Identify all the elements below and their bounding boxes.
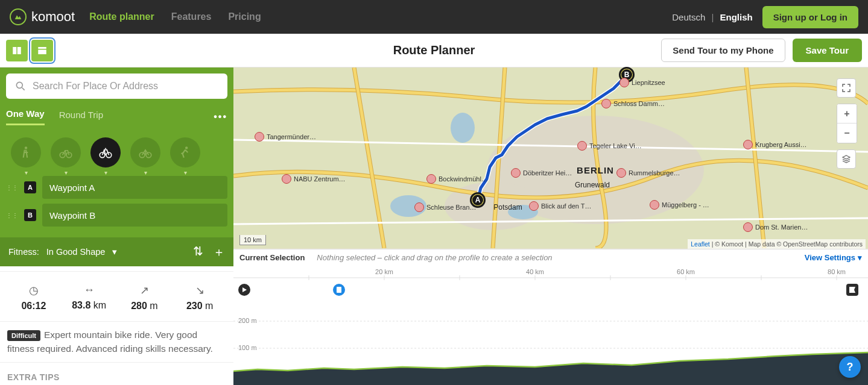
poi[interactable]: Tegeler Lake Vi… bbox=[577, 141, 642, 151]
svg-rect-0 bbox=[13, 47, 16, 54]
distance-icon: ↔ bbox=[62, 284, 117, 296]
view-split-button[interactable] bbox=[6, 40, 28, 61]
city-label: Potsdam bbox=[493, 203, 522, 211]
chevron-down-icon: ▾ bbox=[858, 253, 862, 262]
city-label: Grunewald bbox=[575, 181, 610, 189]
fitness-label: Fitness: bbox=[8, 247, 39, 257]
view-settings-button[interactable]: View Settings ▾ bbox=[805, 253, 862, 262]
svg-text:40 km: 40 km bbox=[526, 268, 544, 275]
trip-more-menu[interactable]: ••• bbox=[214, 111, 227, 122]
poi[interactable]: Dom St. Marien… bbox=[743, 222, 808, 232]
sport-road-bike[interactable]: ▾ bbox=[130, 137, 160, 167]
nav-features[interactable]: Features bbox=[171, 11, 212, 22]
sidebar: One Way Round Trip ••• ▾ ▾ ▾ ▾ ▾ ⋮⋮ A ⋮⋮… bbox=[0, 67, 233, 385]
svg-text:60 km: 60 km bbox=[677, 268, 695, 275]
svg-point-6 bbox=[25, 146, 27, 149]
poi[interactable]: Liepnitzsee bbox=[619, 78, 665, 87]
svg-text:100 m: 100 m bbox=[238, 344, 257, 351]
poi[interactable]: Döberitzer Hei… bbox=[511, 168, 572, 178]
stat-distance: 83.8 km bbox=[62, 300, 117, 311]
save-tour-button[interactable]: Save Tour bbox=[793, 39, 862, 62]
svg-rect-36 bbox=[337, 287, 341, 293]
search-icon bbox=[14, 80, 27, 92]
map-attribution: Leaflet | © Komoot | Map data © OpenStre… bbox=[688, 239, 866, 249]
stat-descent: 230 m bbox=[172, 301, 227, 311]
poi[interactable]: Müggelberg - … bbox=[650, 200, 709, 210]
help-button[interactable]: ? bbox=[839, 356, 861, 378]
svg-text:200 m: 200 m bbox=[238, 317, 257, 324]
svg-point-4 bbox=[16, 82, 22, 88]
nav-route-planner[interactable]: Route planner bbox=[89, 11, 154, 22]
sport-run[interactable]: ▾ bbox=[170, 137, 200, 167]
fitness-selector[interactable]: Fitness: In Good Shape ▾ bbox=[8, 247, 117, 257]
poi[interactable]: Rummelsburge… bbox=[616, 168, 680, 178]
poi[interactable]: Schleuse Bran… bbox=[414, 202, 477, 212]
lang-en[interactable]: English bbox=[720, 12, 753, 22]
elevation-header: Current Selection Nothing selected – cli… bbox=[233, 249, 868, 266]
logo-icon bbox=[10, 8, 27, 25]
poi[interactable]: Schloss Damm… bbox=[601, 99, 665, 108]
selection-label: Current Selection bbox=[239, 253, 305, 262]
svg-point-13 bbox=[185, 146, 188, 149]
extra-tips-heading: EXTRA TIPS bbox=[0, 362, 233, 386]
fitness-value: In Good Shape bbox=[46, 247, 106, 257]
reverse-route-icon[interactable]: ⇅ bbox=[193, 244, 203, 260]
search-box[interactable] bbox=[6, 74, 227, 99]
drag-handle-icon[interactable]: ⋮⋮ bbox=[6, 212, 18, 219]
poi[interactable]: Blick auf den T… bbox=[529, 201, 592, 211]
svg-rect-1 bbox=[17, 47, 21, 54]
top-nav: komoot Route planner Features Pricing De… bbox=[0, 0, 868, 34]
poi[interactable]: Tangermünder… bbox=[255, 132, 316, 142]
svg-line-5 bbox=[22, 88, 25, 90]
poi[interactable]: Bockwindmühl… bbox=[426, 174, 488, 184]
page-title: Route Planner bbox=[393, 43, 475, 57]
search-input[interactable] bbox=[33, 81, 219, 92]
language-switch: Deutsch | English bbox=[672, 12, 752, 22]
svg-text:80 km: 80 km bbox=[828, 268, 846, 275]
lang-de[interactable]: Deutsch bbox=[672, 12, 705, 22]
selection-hint: Nothing selected – click and drag on the… bbox=[317, 253, 552, 262]
view-map-button[interactable] bbox=[31, 40, 53, 61]
svg-rect-3 bbox=[38, 49, 46, 54]
tab-round-trip[interactable]: Round Trip bbox=[59, 110, 103, 125]
logo[interactable]: komoot bbox=[10, 8, 75, 25]
waypoint-b-marker: B bbox=[24, 209, 36, 221]
brand-text: komoot bbox=[31, 9, 75, 25]
difficulty-badge: Difficult bbox=[7, 330, 40, 341]
duration-icon: ◷ bbox=[6, 284, 62, 297]
nav-pricing[interactable]: Pricing bbox=[228, 11, 261, 22]
svg-rect-2 bbox=[38, 47, 46, 49]
zoom-in-button[interactable]: + bbox=[837, 104, 857, 124]
poi[interactable]: NABU Zentrum… bbox=[282, 174, 346, 184]
add-waypoint-icon[interactable]: ＋ bbox=[213, 244, 225, 260]
map[interactable]: A B BERLIN Potsdam Grunewald Liepnitzsee… bbox=[233, 67, 868, 385]
chevron-down-icon: ▾ bbox=[112, 247, 117, 257]
stat-ascent: 280 m bbox=[117, 301, 173, 311]
tab-one-way[interactable]: One Way bbox=[6, 108, 45, 125]
signup-button[interactable]: Sign up or Log in bbox=[762, 6, 858, 28]
svg-text:20 km: 20 km bbox=[375, 268, 393, 275]
sport-hike[interactable]: ▾ bbox=[11, 137, 41, 167]
sport-bike[interactable]: ▾ bbox=[51, 137, 81, 167]
route-description: DifficultExpert mountain bike ride. Very… bbox=[0, 321, 233, 362]
send-tour-button[interactable]: Send Tour to my Phone bbox=[661, 39, 785, 62]
elevation-profile[interactable]: 20 km 40 km 60 km 80 km bbox=[233, 266, 868, 385]
descent-icon: ↘ bbox=[172, 284, 227, 297]
svg-point-20 bbox=[451, 113, 475, 143]
waypoint-a-input[interactable] bbox=[42, 176, 227, 199]
stat-duration: 06:12 bbox=[6, 301, 62, 311]
poi[interactable]: Krugberg Aussi… bbox=[743, 140, 807, 149]
city-label: BERLIN bbox=[577, 165, 614, 175]
fullscreen-button[interactable] bbox=[837, 78, 856, 98]
sub-header: Route Planner Send Tour to my Phone Save… bbox=[0, 34, 868, 67]
zoom-out-button[interactable]: − bbox=[837, 124, 857, 143]
layers-button[interactable] bbox=[837, 149, 856, 169]
waypoint-b-input[interactable] bbox=[42, 204, 227, 227]
map-scale: 10 km bbox=[239, 235, 266, 245]
sport-mtb[interactable]: ▾ bbox=[90, 137, 121, 167]
ascent-icon: ↗ bbox=[117, 284, 173, 297]
drag-handle-icon[interactable]: ⋮⋮ bbox=[6, 184, 18, 191]
waypoint-a-marker: A bbox=[24, 181, 36, 193]
